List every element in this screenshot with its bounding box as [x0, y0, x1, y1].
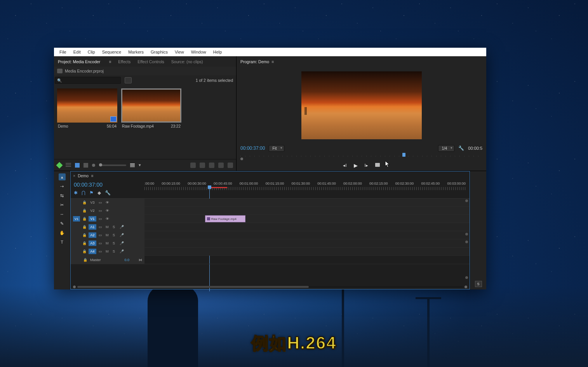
play-button[interactable]: ▶ — [354, 163, 358, 168]
menu-graphics[interactable]: Graphics — [148, 48, 171, 55]
source-patch[interactable]: V1 — [73, 216, 80, 222]
project-bins[interactable]: Demo 56:04 Raw Footage.mp4 23:22 — [54, 85, 236, 159]
close-tab-icon[interactable]: × — [73, 173, 75, 178]
menu-help[interactable]: Help — [210, 48, 225, 55]
menu-window[interactable]: Window — [188, 48, 209, 55]
write-enable-icon[interactable] — [56, 162, 63, 168]
menu-sequence[interactable]: Sequence — [99, 48, 125, 55]
resolution-select[interactable]: 1/4 — [438, 145, 454, 152]
chevron-down-icon[interactable]: ▾ — [139, 163, 141, 168]
tab-project[interactable]: Project: Media Encoder — [58, 59, 100, 64]
snap-icon[interactable]: ⋂ — [82, 190, 85, 196]
menu-file[interactable]: File — [56, 48, 70, 55]
new-bin-icon[interactable] — [209, 163, 214, 168]
icon-view-icon[interactable] — [75, 163, 80, 168]
toggle-sync-icon[interactable]: 👁 — [106, 209, 110, 213]
master-value[interactable]: 0.0 — [124, 258, 129, 262]
type-tool[interactable]: T — [59, 239, 66, 246]
track-target[interactable]: A3 — [89, 241, 96, 246]
bowtie-icon[interactable]: ⋈ — [139, 258, 142, 262]
razor-tool[interactable]: ✂ — [59, 201, 66, 208]
program-frame[interactable] — [301, 71, 422, 139]
new-item-icon[interactable] — [218, 163, 224, 168]
trash-icon[interactable] — [228, 163, 233, 168]
automate-icon[interactable] — [190, 163, 196, 168]
mute-button[interactable]: M — [106, 241, 110, 245]
timeline-scrollbar[interactable] — [71, 284, 470, 289]
mute-button[interactable]: M — [106, 233, 110, 237]
program-scrubber[interactable] — [240, 153, 482, 160]
tab-effects[interactable]: Effects — [118, 59, 130, 64]
toggle-output-icon[interactable]: ▭ — [99, 233, 103, 237]
timeline-clip[interactable]: Raw Footage.mp4 — [205, 215, 246, 222]
solo-button[interactable]: S — [113, 249, 117, 253]
bin-item[interactable]: Raw Footage.mp4 23:22 — [121, 88, 181, 156]
step-back-button[interactable]: ◂I — [343, 163, 346, 168]
toggle-sync-icon[interactable]: 👁 — [106, 217, 110, 221]
lock-icon[interactable]: 🔒 — [82, 241, 86, 245]
sort-icon[interactable] — [130, 163, 135, 167]
tab-source[interactable]: Source: (no clips) — [171, 59, 203, 64]
program-timecode[interactable]: 00:00:37:00 — [240, 145, 265, 151]
list-view-icon[interactable] — [66, 163, 71, 168]
mute-button[interactable]: M — [106, 249, 110, 253]
slip-tool[interactable]: ↔ — [59, 211, 66, 218]
voiceover-icon[interactable]: 🎤 — [120, 233, 124, 237]
zoom-out-dot[interactable] — [73, 286, 76, 288]
menu-view[interactable]: View — [172, 48, 187, 55]
timeline-ruler[interactable]: :00:0000:00:15:0000:00:30:0000:00:45:000… — [144, 180, 470, 198]
lock-icon[interactable]: 🔒 — [82, 217, 86, 221]
menu-markers[interactable]: Markers — [125, 48, 147, 55]
lock-icon[interactable]: 🔒 — [82, 201, 86, 204]
mute-button[interactable]: M — [106, 225, 110, 229]
toggle-output-icon[interactable]: ▭ — [99, 225, 103, 229]
lock-icon[interactable]: 🔒 — [82, 249, 86, 253]
timeline-timecode[interactable]: 00:00:37:00 — [74, 182, 141, 188]
pen-tool[interactable]: ✎ — [59, 220, 66, 227]
tab-effect-controls[interactable]: Effect Controls — [137, 59, 164, 64]
settings-icon[interactable]: 🔧 — [105, 190, 111, 196]
scrub-handle[interactable] — [402, 153, 405, 157]
solo-button[interactable]: S — [113, 233, 117, 237]
sequence-tab[interactable]: Demo — [78, 173, 89, 178]
toggle-output-icon[interactable]: ▭ — [99, 241, 103, 245]
voiceover-icon[interactable]: 🎤 — [120, 225, 124, 229]
export-frame-button[interactable] — [375, 163, 380, 168]
scroll-thumb[interactable] — [77, 286, 309, 288]
toggle-output-icon[interactable]: ▭ — [99, 217, 103, 221]
tab-program[interactable]: Program: Demo — [240, 59, 269, 64]
panel-menu-icon[interactable]: ≡ — [91, 173, 93, 178]
zoom-in-dot[interactable] — [464, 286, 467, 288]
freeform-view-icon[interactable] — [84, 163, 88, 168]
solo-button[interactable]: S — [113, 241, 117, 245]
linked-selection-icon[interactable]: ⚑ — [89, 190, 94, 196]
search-input[interactable] — [55, 77, 121, 84]
lock-icon[interactable]: 🔒 — [82, 209, 86, 213]
voiceover-icon[interactable]: 🎤 — [120, 249, 124, 253]
toggle-sync-icon[interactable]: 👁 — [106, 201, 110, 204]
ripple-tool[interactable]: ⇆ — [59, 192, 66, 199]
find-icon[interactable] — [200, 163, 205, 168]
settings-icon[interactable]: 🔧 — [458, 145, 464, 151]
zoom-fit-select[interactable]: Fit — [269, 145, 284, 152]
track-target[interactable]: A2 — [89, 232, 96, 238]
solo-button[interactable]: S — [113, 225, 117, 229]
track-target[interactable]: A1 — [89, 224, 96, 230]
hand-tool[interactable]: ✋ — [59, 229, 66, 236]
zoom-slider[interactable] — [99, 164, 126, 166]
step-forward-button[interactable]: I▸ — [365, 163, 368, 168]
track-target[interactable]: V2 — [89, 208, 96, 213]
track-select-tool[interactable]: ⇢ — [59, 183, 66, 190]
new-bin-button[interactable] — [125, 77, 132, 83]
lock-icon[interactable]: 🔒 — [82, 225, 86, 229]
panel-menu-icon[interactable]: ≡ — [271, 59, 274, 64]
insert-icon[interactable]: ✱ — [74, 190, 78, 196]
toggle-output-icon[interactable]: ▭ — [99, 201, 103, 204]
menu-edit[interactable]: Edit — [70, 48, 84, 55]
track-target[interactable]: V3 — [89, 200, 96, 205]
lock-icon[interactable]: 🔒 — [83, 258, 87, 262]
panel-menu-icon[interactable]: ≡ — [109, 59, 111, 64]
toggle-output-icon[interactable]: ▭ — [99, 249, 103, 253]
lock-icon[interactable]: 🔒 — [82, 233, 86, 237]
selection-tool[interactable]: ▴ — [59, 173, 66, 180]
